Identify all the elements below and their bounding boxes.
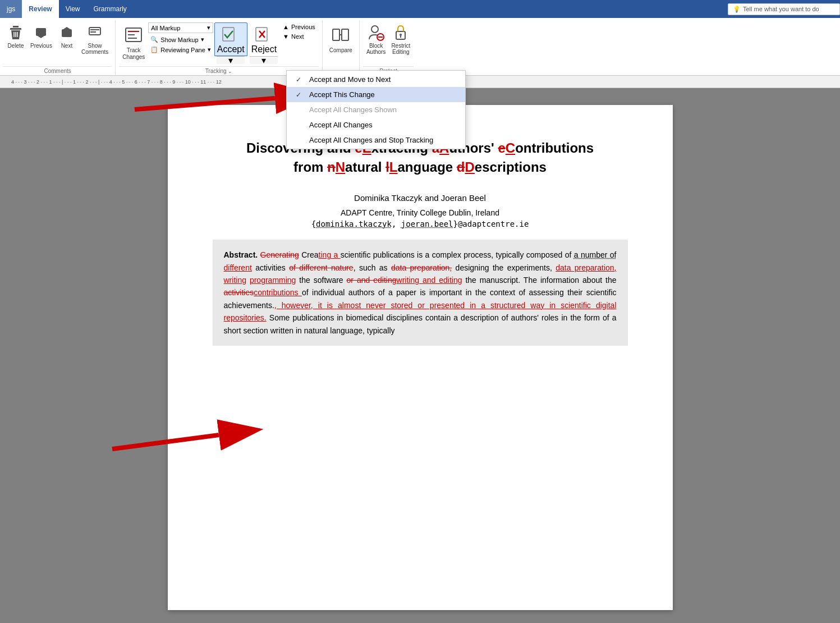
next-comment-button[interactable]: Next xyxy=(56,22,78,50)
compare-group: Compare xyxy=(323,20,360,75)
abs-ins-different: different xyxy=(224,263,252,272)
svg-rect-0 xyxy=(10,28,21,30)
accept-all-changes-label: Accept All Changes xyxy=(309,121,373,129)
abs-ins-however: , however, it is almost never stored or … xyxy=(224,301,617,322)
all-markup-select[interactable]: All Markup ▾ xyxy=(148,22,213,33)
svg-rect-20 xyxy=(333,29,339,40)
abs-space: Crea xyxy=(301,250,318,259)
accept-icon xyxy=(221,24,241,44)
accept-all-stop-tracking-label: Accept All Changes and Stop Tracking xyxy=(309,136,433,144)
svg-rect-9 xyxy=(89,28,100,35)
comments-group-items: Delete Previous xyxy=(3,20,112,66)
accept-label: Accept xyxy=(217,44,245,54)
accept-dropdown-arrow[interactable]: ▾ xyxy=(217,56,245,64)
main-area: Discovering and eExtracting aAuthors' eC… xyxy=(0,88,840,623)
title-ins-C: C xyxy=(506,140,515,155)
tab-view[interactable]: View xyxy=(59,0,87,18)
protect-group-items: BlockAuthors RestrictEditing xyxy=(363,20,414,66)
title-ins-D: D xyxy=(465,159,475,175)
abstract-box: Abstract. Generating Creating a scientif… xyxy=(213,240,628,346)
title-del-l: l xyxy=(385,159,389,175)
accept-all-shown-item: Accept All Changes Shown xyxy=(287,102,465,117)
tracking-group-items: TrackChanges All Markup ▾ 🔍 Show Markup … xyxy=(119,20,319,66)
next-change-button[interactable]: ▼ Next xyxy=(281,32,318,41)
title-del-d: d xyxy=(457,159,465,175)
comments-group-label: Comments xyxy=(3,66,112,75)
title-del-ec: e xyxy=(498,140,505,155)
restrict-editing-button[interactable]: RestrictEditing xyxy=(389,22,412,56)
svg-rect-21 xyxy=(342,29,348,40)
delete-label: Delete xyxy=(8,43,24,49)
next-comment-icon xyxy=(58,24,76,42)
compare-label: Compare xyxy=(329,47,352,54)
abs-del-generating: Generating xyxy=(260,250,299,259)
tell-me-text: Tell me what you want to do xyxy=(743,6,819,12)
previous-comment-button[interactable]: Previous xyxy=(28,22,54,50)
previous-arrow-icon: ▲ xyxy=(283,24,289,30)
svg-rect-11 xyxy=(90,31,96,33)
abs-ins-contributions: contributions xyxy=(254,288,302,297)
svg-point-23 xyxy=(371,26,378,33)
comments-group: Delete Previous xyxy=(0,20,116,75)
svg-marker-8 xyxy=(63,27,70,29)
abs-ins-ting: ting a xyxy=(319,250,341,259)
title-ins-N: N xyxy=(336,159,345,175)
restrict-editing-label: RestrictEditing xyxy=(391,43,410,55)
abs-del-dataprep: data preparation, xyxy=(391,263,452,272)
abs-underline-anumber: a number of xyxy=(574,250,617,259)
block-authors-button[interactable]: BlockAuthors xyxy=(364,22,388,56)
accept-all-shown-label: Accept All Changes Shown xyxy=(309,106,397,114)
show-comments-icon xyxy=(86,24,104,42)
track-changes-button[interactable]: TrackChanges xyxy=(120,22,147,62)
delete-icon xyxy=(7,24,25,42)
accept-all-stop-tracking-item[interactable]: Accept All Changes and Stop Tracking xyxy=(287,132,465,148)
protect-group: BlockAuthors RestrictEditing Protect xyxy=(360,20,417,75)
ruler-label: 4 · · · 3 · · · 2 · · · 1 · · · | · · · … xyxy=(11,79,222,85)
lightbulb-icon: 💡 xyxy=(733,6,741,13)
delete-button[interactable]: Delete xyxy=(4,22,27,50)
svg-rect-10 xyxy=(90,29,99,30)
reject-dropdown-arrow[interactable]: ▾ xyxy=(250,56,278,64)
tab-grammarly[interactable]: Grammarly xyxy=(87,0,134,18)
check-icon-2: ✓ xyxy=(296,91,305,99)
show-comments-button[interactable]: ShowComments xyxy=(79,22,111,56)
tracking-expand-icon[interactable]: ⌄ xyxy=(228,68,232,74)
tab-review[interactable]: Review xyxy=(22,0,58,18)
track-changes-label: TrackChanges xyxy=(122,47,145,61)
accept-move-next-label: Accept and Move to Next xyxy=(309,75,391,84)
title-del-n: n xyxy=(327,159,336,175)
block-authors-icon xyxy=(367,24,385,42)
tab-jgs[interactable]: jgs xyxy=(0,0,22,18)
document-authors: Dominika Tkaczyk and Joeran Beel xyxy=(213,193,628,203)
previous-change-button[interactable]: ▲ Previous xyxy=(281,22,318,31)
accept-all-changes-item[interactable]: Accept All Changes xyxy=(287,117,465,132)
abs-del-orand: or and editing xyxy=(347,276,397,285)
markup-stack: All Markup ▾ 🔍 Show Markup ▾ 📋 Reviewing… xyxy=(148,22,213,54)
accept-this-change-item[interactable]: ✓ Accept This Change xyxy=(287,87,465,102)
reviewing-pane-icon: 📋 xyxy=(150,46,158,53)
tell-me-input[interactable]: 💡 Tell me what you want to do xyxy=(728,3,840,15)
chevron-down-icon: ▾ xyxy=(207,24,210,31)
accept-this-change-label: Accept This Change xyxy=(309,90,375,99)
svg-rect-5 xyxy=(36,28,46,36)
reviewing-pane-button[interactable]: 📋 Reviewing Pane ▾ xyxy=(148,45,213,54)
show-markup-button[interactable]: 🔍 Show Markup ▾ xyxy=(148,35,213,44)
svg-marker-6 xyxy=(38,36,44,38)
accept-move-next-item[interactable]: ✓ Accept and Move to Next xyxy=(287,72,465,87)
reject-button-top[interactable]: Reject xyxy=(249,22,279,56)
compare-button[interactable]: Compare xyxy=(327,22,355,55)
svg-rect-1 xyxy=(13,26,19,28)
email-joeran: joeran.beel xyxy=(401,219,453,228)
block-authors-label: BlockAuthors xyxy=(366,43,385,55)
previous-comment-label: Previous xyxy=(30,43,52,49)
accept-button-top[interactable]: Accept xyxy=(214,22,247,56)
prev-comment-icon xyxy=(32,24,50,42)
accept-dropdown-menu: ✓ Accept and Move to Next ✓ Accept This … xyxy=(286,70,466,149)
show-comments-label: ShowComments xyxy=(81,43,108,55)
reviewing-pane-arrow: ▾ xyxy=(208,46,211,53)
abs-del-ofdiffnature: of different nature xyxy=(289,263,353,272)
document-affiliation: ADAPT Centre, Trinity College Dublin, Ir… xyxy=(213,208,628,217)
reject-icon xyxy=(254,24,274,44)
document-page: Discovering and eExtracting aAuthors' eC… xyxy=(168,105,673,610)
svg-rect-7 xyxy=(62,29,72,37)
